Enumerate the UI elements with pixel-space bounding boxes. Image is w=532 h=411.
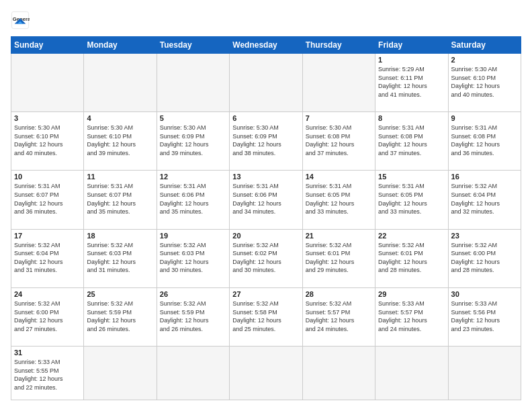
weekday-monday: Monday <box>84 37 157 54</box>
day-cell-13: 13Sunrise: 5:31 AM Sunset: 6:06 PM Dayli… <box>230 171 302 229</box>
day-number: 21 <box>306 232 372 240</box>
day-number: 28 <box>306 290 372 298</box>
week-row-4: 17Sunrise: 5:32 AM Sunset: 6:04 PM Dayli… <box>11 229 521 287</box>
day-info: Sunrise: 5:31 AM Sunset: 6:05 PM Dayligh… <box>378 182 445 216</box>
week-row-5: 24Sunrise: 5:32 AM Sunset: 6:00 PM Dayli… <box>11 287 521 346</box>
logo: General <box>11 11 32 30</box>
day-number: 31 <box>14 349 81 357</box>
header: General <box>11 11 521 30</box>
day-info: Sunrise: 5:32 AM Sunset: 5:59 PM Dayligh… <box>160 300 226 333</box>
day-info: Sunrise: 5:32 AM Sunset: 6:01 PM Dayligh… <box>306 241 372 275</box>
empty-cell <box>302 54 375 112</box>
day-number: 16 <box>451 173 518 181</box>
day-cell-6: 6Sunrise: 5:30 AM Sunset: 6:09 PM Daylig… <box>230 112 302 171</box>
day-info: Sunrise: 5:31 AM Sunset: 6:05 PM Dayligh… <box>306 182 372 216</box>
week-row-1: 1Sunrise: 5:29 AM Sunset: 6:11 PM Daylig… <box>11 54 521 112</box>
day-number: 6 <box>232 114 299 122</box>
day-cell-1: 1Sunrise: 5:29 AM Sunset: 6:11 PM Daylig… <box>375 54 448 112</box>
day-info: Sunrise: 5:32 AM Sunset: 6:04 PM Dayligh… <box>14 241 81 275</box>
empty-cell <box>375 347 448 400</box>
day-number: 20 <box>232 232 299 240</box>
week-row-6: 31Sunrise: 5:33 AM Sunset: 5:55 PM Dayli… <box>11 347 521 400</box>
day-number: 5 <box>160 114 226 122</box>
calendar-table: SundayMondayTuesdayWednesdayThursdayFrid… <box>11 36 521 400</box>
day-cell-8: 8Sunrise: 5:31 AM Sunset: 6:08 PM Daylig… <box>375 112 448 171</box>
day-number: 7 <box>306 114 372 122</box>
day-info: Sunrise: 5:31 AM Sunset: 6:06 PM Dayligh… <box>232 182 299 216</box>
day-number: 15 <box>378 173 445 181</box>
day-cell-26: 26Sunrise: 5:32 AM Sunset: 5:59 PM Dayli… <box>157 287 229 346</box>
day-number: 1 <box>378 56 445 64</box>
day-cell-21: 21Sunrise: 5:32 AM Sunset: 6:01 PM Dayli… <box>302 229 375 287</box>
day-info: Sunrise: 5:30 AM Sunset: 6:10 PM Dayligh… <box>451 65 518 99</box>
day-number: 19 <box>160 232 226 240</box>
day-number: 14 <box>306 173 372 181</box>
weekday-tuesday: Tuesday <box>157 37 229 54</box>
day-number: 8 <box>378 114 445 122</box>
empty-cell <box>448 347 521 400</box>
day-info: Sunrise: 5:31 AM Sunset: 6:06 PM Dayligh… <box>160 182 226 216</box>
day-cell-22: 22Sunrise: 5:32 AM Sunset: 6:01 PM Dayli… <box>375 229 448 287</box>
logo-icon: General <box>11 11 30 30</box>
empty-cell <box>157 347 229 400</box>
day-info: Sunrise: 5:32 AM Sunset: 6:03 PM Dayligh… <box>87 241 153 275</box>
day-number: 9 <box>451 114 518 122</box>
day-cell-29: 29Sunrise: 5:33 AM Sunset: 5:57 PM Dayli… <box>375 287 448 346</box>
empty-cell <box>302 347 375 400</box>
week-row-3: 10Sunrise: 5:31 AM Sunset: 6:07 PM Dayli… <box>11 171 521 229</box>
day-info: Sunrise: 5:32 AM Sunset: 5:58 PM Dayligh… <box>232 300 299 333</box>
day-cell-30: 30Sunrise: 5:33 AM Sunset: 5:56 PM Dayli… <box>448 287 521 346</box>
day-cell-28: 28Sunrise: 5:32 AM Sunset: 5:57 PM Dayli… <box>302 287 375 346</box>
day-number: 11 <box>87 173 153 181</box>
day-info: Sunrise: 5:31 AM Sunset: 6:08 PM Dayligh… <box>378 124 445 157</box>
empty-cell <box>84 54 157 112</box>
day-info: Sunrise: 5:30 AM Sunset: 6:10 PM Dayligh… <box>87 124 153 157</box>
day-cell-15: 15Sunrise: 5:31 AM Sunset: 6:05 PM Dayli… <box>375 171 448 229</box>
day-info: Sunrise: 5:32 AM Sunset: 6:02 PM Dayligh… <box>232 241 299 275</box>
weekday-thursday: Thursday <box>302 37 375 54</box>
day-info: Sunrise: 5:32 AM Sunset: 6:00 PM Dayligh… <box>451 241 518 275</box>
day-info: Sunrise: 5:32 AM Sunset: 6:04 PM Dayligh… <box>451 182 518 216</box>
day-number: 23 <box>451 232 518 240</box>
weekday-saturday: Saturday <box>448 37 521 54</box>
day-cell-16: 16Sunrise: 5:32 AM Sunset: 6:04 PM Dayli… <box>448 171 521 229</box>
empty-cell <box>84 347 157 400</box>
day-number: 10 <box>14 173 81 181</box>
day-number: 29 <box>378 290 445 298</box>
day-info: Sunrise: 5:30 AM Sunset: 6:09 PM Dayligh… <box>160 124 226 157</box>
day-cell-14: 14Sunrise: 5:31 AM Sunset: 6:05 PM Dayli… <box>302 171 375 229</box>
day-number: 27 <box>232 290 299 298</box>
day-info: Sunrise: 5:30 AM Sunset: 6:09 PM Dayligh… <box>232 124 299 157</box>
day-cell-27: 27Sunrise: 5:32 AM Sunset: 5:58 PM Dayli… <box>230 287 302 346</box>
empty-cell <box>230 54 302 112</box>
day-number: 12 <box>160 173 226 181</box>
empty-cell <box>11 54 84 112</box>
day-info: Sunrise: 5:32 AM Sunset: 6:03 PM Dayligh… <box>160 241 226 275</box>
day-info: Sunrise: 5:31 AM Sunset: 6:07 PM Dayligh… <box>14 182 81 216</box>
day-cell-19: 19Sunrise: 5:32 AM Sunset: 6:03 PM Dayli… <box>157 229 229 287</box>
day-number: 22 <box>378 232 445 240</box>
day-cell-20: 20Sunrise: 5:32 AM Sunset: 6:02 PM Dayli… <box>230 229 302 287</box>
day-info: Sunrise: 5:30 AM Sunset: 6:10 PM Dayligh… <box>14 124 81 157</box>
day-number: 13 <box>232 173 299 181</box>
day-cell-23: 23Sunrise: 5:32 AM Sunset: 6:00 PM Dayli… <box>448 229 521 287</box>
day-info: Sunrise: 5:33 AM Sunset: 5:56 PM Dayligh… <box>451 300 518 333</box>
day-cell-17: 17Sunrise: 5:32 AM Sunset: 6:04 PM Dayli… <box>11 229 84 287</box>
day-info: Sunrise: 5:33 AM Sunset: 5:55 PM Dayligh… <box>14 358 81 392</box>
day-number: 4 <box>87 114 153 122</box>
day-number: 25 <box>87 290 153 298</box>
day-cell-10: 10Sunrise: 5:31 AM Sunset: 6:07 PM Dayli… <box>11 171 84 229</box>
day-number: 2 <box>451 56 518 64</box>
weekday-header-row: SundayMondayTuesdayWednesdayThursdayFrid… <box>11 37 521 54</box>
day-info: Sunrise: 5:32 AM Sunset: 5:59 PM Dayligh… <box>87 300 153 333</box>
day-cell-9: 9Sunrise: 5:31 AM Sunset: 6:08 PM Daylig… <box>448 112 521 171</box>
day-cell-12: 12Sunrise: 5:31 AM Sunset: 6:06 PM Dayli… <box>157 171 229 229</box>
day-info: Sunrise: 5:32 AM Sunset: 5:57 PM Dayligh… <box>306 300 372 333</box>
day-cell-3: 3Sunrise: 5:30 AM Sunset: 6:10 PM Daylig… <box>11 112 84 171</box>
day-cell-25: 25Sunrise: 5:32 AM Sunset: 5:59 PM Dayli… <box>84 287 157 346</box>
empty-cell <box>230 347 302 400</box>
day-info: Sunrise: 5:29 AM Sunset: 6:11 PM Dayligh… <box>378 65 445 99</box>
day-cell-18: 18Sunrise: 5:32 AM Sunset: 6:03 PM Dayli… <box>84 229 157 287</box>
day-info: Sunrise: 5:31 AM Sunset: 6:07 PM Dayligh… <box>87 182 153 216</box>
day-number: 3 <box>14 114 81 122</box>
